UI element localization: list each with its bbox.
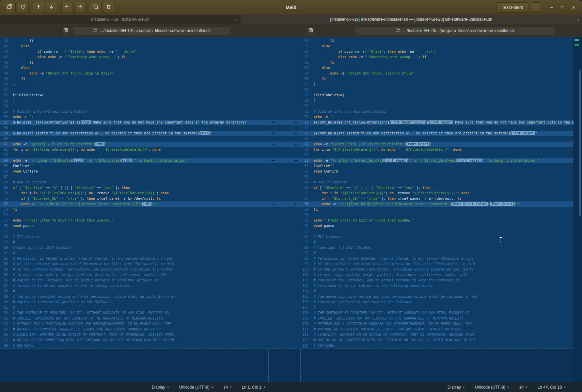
- scrollbar-thumb[interactable]: [579, 70, 581, 216]
- code-line[interactable]: 43 else: [0, 44, 268, 49]
- code-line[interactable]: 80echo -e "\n Enter \"${Font_Bold}y${Fon…: [301, 158, 573, 163]
- cursor-position[interactable]: Ln 44, Col 18▾: [538, 385, 566, 390]
- code-line[interactable]: 55# Display info and wait confirmation: [0, 109, 268, 114]
- push-change-left-arrow[interactable]: ←: [294, 120, 298, 125]
- encoding-selector[interactable]: Unicode (UTF-8)▾: [475, 385, 509, 390]
- tab-close-icon[interactable]: ×: [577, 17, 580, 22]
- push-change-right-arrow[interactable]: →: [271, 120, 275, 125]
- file-selector-right[interactable]: .../Installer-SH-20/.../program_files/is…: [355, 26, 555, 35]
- code-line[interactable]: 67: [0, 174, 268, 180]
- code-line[interactable]: 72 echo -e "\n ${Bold}${F_Green}Uninstal…: [0, 201, 268, 207]
- code-line[interactable]: 67: [301, 87, 573, 93]
- code-line[interactable]: 87# furnished to do so, subject to the f…: [0, 283, 268, 289]
- code-line[interactable]: 54: [0, 103, 268, 109]
- code-line[interactable]: 112# LIABILITY, WHETHER IN AN ACTION OF …: [301, 332, 573, 338]
- code-line[interactable]: 89fi: [301, 207, 573, 212]
- text-filters-button[interactable]: Text Filters: [497, 2, 528, 13]
- encoding-selector[interactable]: Unicode (UTF-8)▾: [179, 385, 213, 390]
- code-line[interactable]: 103# furnished to do so, subject to the …: [301, 283, 573, 289]
- cursor-position[interactable]: Ln 1, Col 1▾: [242, 385, 265, 390]
- close-button[interactable]: ×: [568, 2, 579, 13]
- code-line[interactable]: 76read pause: [0, 223, 268, 229]
- overview-map[interactable]: [573, 37, 582, 382]
- code-line[interactable]: 44 if sudo rm -rf "$file"; then echo -ne…: [0, 49, 268, 54]
- code-line[interactable]: 110# FITNESS FOR A PARTICULAR PURPOSE AN…: [301, 321, 573, 327]
- code-line[interactable]: 107#: [301, 305, 573, 310]
- editor-pane-left[interactable]: 42 fi43 else44 if sudo rm -rf "$file"; t…: [0, 37, 268, 382]
- code-line[interactable]: 58: [0, 125, 268, 131]
- code-line[interactable]: 77: [0, 229, 268, 234]
- code-line[interactable]: 64 echo -e "Object not found, skip:\n $f…: [301, 71, 573, 76]
- refresh-button[interactable]: [17, 2, 29, 13]
- code-line[interactable]: 74: [301, 125, 573, 131]
- code-line[interactable]: 62for i in "${!FilesToDelete[@]}"; do ec…: [0, 147, 268, 152]
- code-line[interactable]: 106# copies or substantial portions of t…: [301, 299, 573, 305]
- code-line[interactable]: 102# copies of the Software, and to perm…: [301, 278, 573, 283]
- code-line[interactable]: 92# THE SOFTWARE IS PROVIDED "AS IS", WI…: [0, 310, 268, 316]
- code-line[interactable]: 100# in the Software without restriction…: [301, 267, 573, 272]
- push-change-left-arrow[interactable]: ←: [294, 201, 298, 207]
- code-line[interactable]: 111# AUTHORS OR COPYRIGHT HOLDERS BE LIA…: [301, 327, 573, 332]
- code-line[interactable]: 98# SOFTWARE.: [0, 343, 268, 348]
- syntax-selector[interactable]: sh▾: [519, 385, 528, 390]
- code-line[interactable]: 50}: [0, 82, 268, 87]
- code-line[interactable]: 47 else: [0, 65, 268, 71]
- code-line[interactable]: 88 echo -e "\n ${Font_Bold}${Font_Green}…: [301, 201, 573, 207]
- code-line[interactable]: 77echo -e "${Font_Bold} - Files to be de…: [301, 142, 573, 147]
- code-line[interactable]: 58 fi: [301, 38, 573, 44]
- code-line[interactable]: 91#: [0, 305, 268, 310]
- display-selector[interactable]: Display▾: [447, 385, 465, 390]
- code-line[interactable]: 93# IMPLIED, INCLUDING BUT NOT LIMITED T…: [0, 316, 268, 321]
- code-line[interactable]: 74: [0, 212, 268, 218]
- save-left-button[interactable]: [61, 26, 70, 35]
- code-line[interactable]: 75echo " Press Enter to exit or close th…: [0, 218, 268, 223]
- code-line[interactable]: 64echo -e "\n Enter \"${Bold}y${rBD}\" o…: [0, 158, 268, 163]
- code-line[interactable]: 94# MIT License: [301, 234, 573, 240]
- code-line[interactable]: 92read pause: [301, 223, 573, 229]
- next-change-button[interactable]: [46, 2, 57, 13]
- code-line[interactable]: 101# to use, copy, modify, merge, publis…: [301, 272, 573, 278]
- code-line[interactable]: 70 for i in "${!FilesToDelete[@]}"; do _…: [0, 191, 268, 196]
- code-line[interactable]: 53): [0, 98, 268, 103]
- code-line[interactable]: 59${Bold}The listed files and directorie…: [0, 131, 268, 136]
- code-line[interactable]: 66read Confirm: [0, 169, 268, 174]
- code-line[interactable]: 93: [301, 229, 573, 234]
- code-line[interactable]: 90: [301, 212, 573, 218]
- push-right-button[interactable]: [74, 2, 86, 13]
- minimize-button[interactable]: −: [547, 2, 557, 13]
- code-line[interactable]: 62 fi: [301, 60, 573, 65]
- file-selector-left[interactable]: .../Installer-SH-19/.../program_files/is…: [73, 26, 230, 35]
- code-line[interactable]: 96# Copyright (c) 2024 Chimbal: [301, 245, 573, 250]
- code-line[interactable]: 70: [301, 103, 573, 109]
- code-line[interactable]: 83# of this software and associated docu…: [0, 261, 268, 267]
- maximize-button[interactable]: □: [557, 2, 568, 13]
- code-line[interactable]: 87 if [ "$Current_DE" == "xfce" ]; then …: [301, 196, 573, 201]
- code-line[interactable]: 84# Run if confirm: [301, 180, 573, 185]
- code-line[interactable]: 84# in the Software without restriction,…: [0, 267, 268, 272]
- code-line[interactable]: 45 else echo -e " Something went wrong..…: [0, 54, 268, 60]
- code-line[interactable]: 81Confirm="": [301, 163, 573, 169]
- code-line[interactable]: 108# THE SOFTWARE IS PROVIDED "AS IS", W…: [301, 310, 573, 316]
- code-line[interactable]: 80# Copyright (c) 2024 Chimbal: [0, 245, 268, 250]
- code-line[interactable]: 97# OUT OF OR IN CONNECTION WITH THE SOF…: [0, 338, 268, 343]
- code-line[interactable]: 91echo " Press Enter to exit or close th…: [301, 218, 573, 223]
- code-line[interactable]: 89# The above copyright notice and this …: [0, 294, 268, 299]
- code-line[interactable]: 76: [301, 136, 573, 142]
- tab-folder-comparison[interactable]: Installer-SH-19 : Installer-SH-20 ×: [0, 15, 240, 24]
- code-area[interactable]: 58 fi59 else60 if sudo rm -rf "$file"; t…: [301, 37, 573, 348]
- tab-close-icon[interactable]: ×: [234, 17, 237, 22]
- push-change-right-arrow[interactable]: →: [271, 142, 275, 147]
- code-line[interactable]: 73fi: [0, 207, 268, 212]
- code-line[interactable]: 60 if sudo rm -rf "$file"; then echo -ne…: [301, 49, 573, 54]
- editor-pane-right[interactable]: 58 fi59 else60 if sudo rm -rf "$file"; t…: [301, 37, 573, 382]
- code-line[interactable]: 90# copies or substantial portions of th…: [0, 299, 268, 305]
- push-change-left-arrow[interactable]: ←: [294, 131, 298, 136]
- code-line[interactable]: 61 else echo -e " Something went wrong..…: [301, 54, 573, 60]
- code-line[interactable]: 51: [0, 87, 268, 93]
- code-line[interactable]: 113# OUT OF OR IN CONNECTION WITH THE SO…: [301, 338, 573, 343]
- code-line[interactable]: 52FilesToDelete=(: [0, 93, 268, 98]
- tab-file-comparison[interactable]: [Installer-SH-19] ish-software-uninstall…: [240, 15, 582, 24]
- code-line[interactable]: 94# FITNESS FOR A PARTICULAR PURPOSE AND…: [0, 321, 268, 327]
- code-line[interactable]: 79: [301, 152, 573, 158]
- code-line[interactable]: 82# Permission is hereby granted, free o…: [0, 256, 268, 261]
